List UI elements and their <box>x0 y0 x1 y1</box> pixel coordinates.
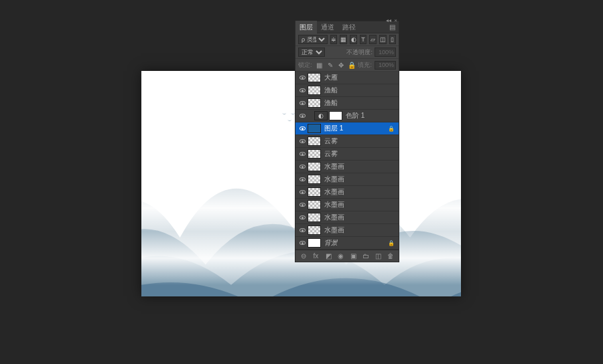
layer-name[interactable]: 云雾 <box>324 149 338 159</box>
lock-icon: 🔒 <box>388 240 395 246</box>
link-layers-icon[interactable]: ⊖ <box>299 252 308 260</box>
layer-name[interactable]: 渔船 <box>324 98 338 108</box>
layer-thumbnail[interactable] <box>308 175 321 184</box>
layer-row[interactable]: 水墨画 <box>295 199 399 211</box>
eye-icon <box>299 203 306 207</box>
filter-toggle-switch[interactable]: ▯ <box>389 35 396 44</box>
panel-collapse-icon[interactable]: ◂◂ <box>386 17 391 23</box>
layer-name[interactable]: 渔船 <box>324 86 338 95</box>
layer-name[interactable]: 水墨画 <box>324 187 344 197</box>
layer-name[interactable]: 水墨画 <box>324 162 344 171</box>
layer-name[interactable]: 背景 <box>324 238 338 248</box>
lock-position-icon[interactable]: ✥ <box>336 60 346 70</box>
layer-thumbnail[interactable] <box>308 73 321 82</box>
layer-thumbnail[interactable] <box>308 86 321 95</box>
visibility-toggle[interactable] <box>297 149 308 159</box>
eye-icon <box>299 215 306 219</box>
filter-smart-icon[interactable]: ◫ <box>379 35 387 44</box>
eye-icon <box>299 241 306 245</box>
eye-icon <box>299 114 306 118</box>
eye-icon <box>299 177 306 181</box>
filter-type-icon[interactable]: T <box>360 35 366 44</box>
eye-icon <box>299 228 306 232</box>
tab-channels[interactable]: 通道 <box>317 21 338 34</box>
layer-row[interactable]: 水墨画 <box>295 173 399 186</box>
layer-thumbnail[interactable] <box>308 136 321 146</box>
visibility-toggle[interactable] <box>297 85 308 96</box>
visibility-toggle[interactable] <box>297 110 308 121</box>
adjustment-layer-icon[interactable]: ◐ <box>314 111 328 120</box>
layer-row[interactable]: 水墨画 <box>295 161 399 173</box>
layer-name[interactable]: 大雁 <box>324 73 338 82</box>
layers-list: 大雁渔船渔船◐色阶 1图层 1🔒云雾云雾水墨画水墨画水墨画水墨画水墨画水墨画背景… <box>295 72 399 250</box>
visibility-toggle[interactable] <box>297 225 308 236</box>
visibility-toggle[interactable] <box>297 174 308 185</box>
layer-thumbnail[interactable] <box>308 238 321 248</box>
layer-style-icon[interactable]: fx <box>312 252 320 260</box>
layer-name[interactable]: 水墨画 <box>324 175 344 184</box>
layer-row[interactable]: 水墨画 <box>295 186 399 199</box>
visibility-toggle[interactable] <box>297 238 308 248</box>
panel-close-icon[interactable]: × <box>394 17 397 23</box>
layer-thumbnail[interactable] <box>308 187 321 197</box>
filter-pixel-icon[interactable]: ▦ <box>340 35 347 44</box>
filter-kind-select[interactable]: ρ 类型 <box>298 35 328 44</box>
visibility-toggle[interactable] <box>297 98 308 108</box>
tab-layers[interactable]: 图层 <box>295 21 317 34</box>
layer-thumbnail[interactable] <box>308 200 321 209</box>
lock-paint-icon[interactable]: ✎ <box>326 60 335 70</box>
layer-name[interactable]: 云雾 <box>324 136 338 146</box>
filter-shape-icon[interactable]: ▱ <box>369 35 376 44</box>
folder-icon[interactable]: 🗀 <box>362 252 370 260</box>
layer-name[interactable]: 色阶 1 <box>346 111 364 120</box>
eye-icon <box>299 165 306 169</box>
layer-row[interactable]: ◐色阶 1 <box>295 110 399 122</box>
visibility-toggle[interactable] <box>297 136 308 147</box>
eye-icon <box>299 101 306 105</box>
delete-layer-icon[interactable]: 🗑 <box>387 252 395 260</box>
layer-thumbnail[interactable] <box>308 124 321 133</box>
layer-mask-thumbnail[interactable] <box>329 111 342 120</box>
layer-mask-icon[interactable]: ◩ <box>324 252 332 260</box>
visibility-toggle[interactable] <box>297 161 308 172</box>
layer-row[interactable]: 大雁 <box>295 72 399 84</box>
layer-filter-row: ρ 类型 ≑ ▦ ◐ T ▱ ◫ ▯ <box>295 33 399 46</box>
layer-thumbnail[interactable] <box>308 162 321 171</box>
group-icon[interactable]: ▣ <box>350 252 358 260</box>
lock-transparency-icon[interactable]: ▦ <box>315 60 324 70</box>
lock-all-icon[interactable]: 🔒 <box>347 60 356 70</box>
layer-name[interactable]: 水墨画 <box>324 225 344 235</box>
opacity-label: 不透明度: <box>346 48 373 57</box>
layer-name[interactable]: 水墨画 <box>324 200 344 209</box>
fill-input[interactable] <box>375 61 396 70</box>
filter-sort-icon[interactable]: ≑ <box>330 35 337 44</box>
adjustment-layer-icon[interactable]: ◉ <box>337 252 345 260</box>
visibility-toggle[interactable] <box>297 123 308 134</box>
layer-row[interactable]: 云雾 <box>295 135 399 148</box>
layer-thumbnail[interactable] <box>308 225 321 235</box>
new-layer-icon[interactable]: ◫ <box>375 252 383 260</box>
eye-icon <box>299 190 306 194</box>
layer-name[interactable]: 图层 1 <box>324 124 343 133</box>
lock-row: 锁定: ▦ ✎ ✥ 🔒 填充: <box>295 59 399 72</box>
visibility-toggle[interactable] <box>297 72 308 83</box>
layer-row[interactable]: 渔船 <box>295 97 399 110</box>
layer-row[interactable]: 水墨画 <box>295 224 399 237</box>
filter-adjust-icon[interactable]: ◐ <box>350 35 356 44</box>
layer-thumbnail[interactable] <box>308 98 321 108</box>
layer-row[interactable]: 水墨画 <box>295 211 399 224</box>
panel-menu-icon[interactable]: ▤ <box>386 23 399 31</box>
layer-row[interactable]: 背景🔒 <box>295 237 399 250</box>
layer-name[interactable]: 水墨画 <box>324 213 344 222</box>
visibility-toggle[interactable] <box>297 212 308 223</box>
layer-row[interactable]: 云雾 <box>295 148 399 161</box>
blend-mode-select[interactable]: 正常 <box>298 48 325 57</box>
visibility-toggle[interactable] <box>297 199 308 210</box>
layer-thumbnail[interactable] <box>308 149 321 159</box>
layer-row[interactable]: 图层 1🔒 <box>295 122 399 135</box>
opacity-input[interactable] <box>375 48 396 57</box>
layer-thumbnail[interactable] <box>308 213 321 222</box>
layer-row[interactable]: 渔船 <box>295 84 399 97</box>
visibility-toggle[interactable] <box>297 187 308 197</box>
tab-paths[interactable]: 路径 <box>338 21 360 34</box>
